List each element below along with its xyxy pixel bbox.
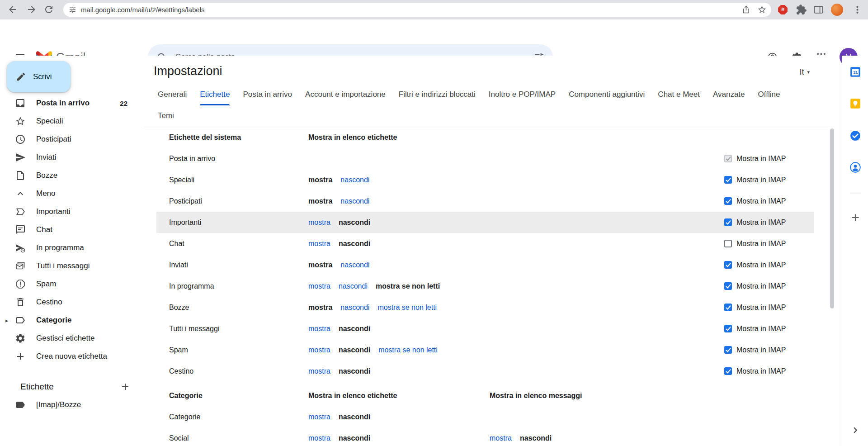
settings-tabs: Generali Etichette Posta in arrivo Accou… <box>158 84 780 105</box>
option-nascondi[interactable]: nascondi <box>340 261 369 269</box>
chat-icon <box>15 224 26 235</box>
imap-checkbox[interactable] <box>724 218 732 226</box>
get-addons-icon[interactable] <box>849 212 861 223</box>
sidebar-item-chat[interactable]: Chat <box>0 221 144 239</box>
compose-button[interactable]: Scrivi <box>7 61 71 92</box>
option-mostra[interactable]: mostra <box>308 367 330 375</box>
sidebar-item-posticipati[interactable]: Posticipati <box>0 130 144 148</box>
sidebar-item-speciali[interactable]: Speciali <box>0 112 144 130</box>
sidebar-item-bozze[interactable]: Bozze <box>0 166 144 185</box>
share-icon[interactable] <box>741 5 751 14</box>
tasks-icon[interactable] <box>849 130 861 142</box>
imap-checkbox[interactable] <box>724 282 732 290</box>
column-header: Mostra in elenco messaggi <box>490 392 814 400</box>
category-row-social: Social mostra nascondi mostra nascondi <box>156 427 814 446</box>
option-mostra[interactable]: mostra <box>308 413 330 421</box>
adblock-extension-icon[interactable] <box>777 4 788 15</box>
option-nascondi[interactable]: nascondi <box>339 282 368 290</box>
refresh-icon <box>43 4 54 15</box>
sidebar-label-imap-bozze[interactable]: [Imap]/Bozze <box>0 396 144 414</box>
bookmark-star-icon[interactable] <box>757 5 767 14</box>
option-mostra[interactable]: mostra <box>308 282 330 290</box>
option-mostra[interactable]: mostra <box>308 346 330 354</box>
sidebar-item-in-programma[interactable]: In programma <box>0 239 144 257</box>
option-nascondi[interactable]: nascondi <box>340 304 369 312</box>
label-name: Inviati <box>169 261 308 269</box>
option-mostra[interactable]: mostra <box>308 240 330 248</box>
tab-inoltro-e-pop-imap[interactable]: Inoltro e POP/IMAP <box>489 84 556 105</box>
label-row-cestino: Cestino mostra nascondi Mostra in IMAP <box>156 361 814 382</box>
sidebar-item-tutti-i-messaggi[interactable]: Tutti i messaggi <box>0 257 144 275</box>
sidebar-item-meno[interactable]: Meno <box>0 185 144 203</box>
sidebar: Scrivi Posta in arrivo 22 Speciali Posti… <box>0 56 144 446</box>
sidebar-item-spam[interactable]: Spam <box>0 275 144 293</box>
contacts-icon[interactable] <box>849 161 861 173</box>
scrollbar-thumb[interactable] <box>830 128 834 308</box>
imap-checkbox[interactable] <box>724 197 732 205</box>
label-name: Speciali <box>169 176 308 184</box>
tab-chat-e-meet[interactable]: Chat e Meet <box>658 84 700 105</box>
tab-account-e-importazione[interactable]: Account e importazione <box>305 84 386 105</box>
browser-forward-button[interactable] <box>26 4 38 16</box>
browser-menu-icon[interactable] <box>852 4 863 15</box>
imap-checkbox[interactable] <box>724 325 732 332</box>
sidebar-item-inviati[interactable]: Inviati <box>0 148 144 166</box>
option-nascondi: nascondi <box>339 346 370 354</box>
sidebar-item-importanti[interactable]: Importanti <box>0 203 144 221</box>
imap-checkbox[interactable] <box>724 304 732 311</box>
tab-componenti-aggiuntivi[interactable]: Componenti aggiuntivi <box>569 84 645 105</box>
url-input[interactable] <box>81 6 735 14</box>
imap-label: Mostra in IMAP <box>736 325 786 333</box>
label-icon <box>15 315 26 326</box>
imap-label: Mostra in IMAP <box>736 261 786 269</box>
imap-checkbox[interactable] <box>724 261 732 269</box>
expand-arrow-icon[interactable]: ▸ <box>5 317 9 324</box>
browser-back-button[interactable] <box>7 4 19 16</box>
option-nascondi[interactable]: nascondi <box>340 176 369 184</box>
browser-chrome <box>0 0 868 19</box>
tab-generali[interactable]: Generali <box>158 84 187 105</box>
imap-label: Mostra in IMAP <box>736 367 786 375</box>
imap-checkbox[interactable] <box>724 367 732 375</box>
option-mostra-se-non-letti: mostra se non letti <box>376 282 440 290</box>
category-row-categorie: Categorie mostra nascondi <box>156 406 814 427</box>
tab-filtri-e-indirizzi-bloccati[interactable]: Filtri e indirizzi bloccati <box>399 84 476 105</box>
clock-icon <box>15 134 26 145</box>
imap-checkbox[interactable] <box>724 155 732 162</box>
sidebar-item-posta-in-arrivo[interactable]: Posta in arrivo 22 <box>0 94 144 112</box>
option-mostra[interactable]: mostra <box>308 434 330 442</box>
option-mostra[interactable]: mostra <box>308 325 330 333</box>
create-label-icon[interactable] <box>120 381 131 392</box>
option-nascondi: nascondi <box>339 240 370 248</box>
calendar-icon[interactable]: 31 <box>849 66 861 78</box>
site-settings-icon[interactable] <box>69 6 81 14</box>
input-tools-button[interactable]: It ▾ <box>799 67 810 77</box>
forward-arrow-icon <box>26 4 37 15</box>
sidebar-item-cestino[interactable]: Cestino <box>0 293 144 311</box>
address-bar[interactable] <box>63 3 771 17</box>
option-nascondi[interactable]: nascondi <box>340 197 369 205</box>
tab-temi[interactable]: Temi <box>158 105 174 126</box>
keep-icon[interactable] <box>849 98 861 109</box>
imap-checkbox[interactable] <box>724 240 732 247</box>
option-mostra-se-non-letti[interactable]: mostra se non letti <box>378 346 438 354</box>
tab-avanzate[interactable]: Avanzate <box>713 84 745 105</box>
sidebar-item-crea-nuova-etichetta[interactable]: Crea nuova etichetta <box>0 347 144 365</box>
imap-checkbox[interactable] <box>724 346 732 354</box>
sidebar-item-categorie[interactable]: ▸ Categorie <box>0 311 144 329</box>
side-panel-icon[interactable] <box>813 4 824 15</box>
option-mostra[interactable]: mostra <box>308 218 330 227</box>
open-side-panel-icon[interactable] <box>849 424 861 436</box>
browser-refresh-button[interactable] <box>43 4 55 16</box>
option-mostra-se-non-letti[interactable]: mostra se non letti <box>377 304 437 312</box>
tab-etichette[interactable]: Etichette <box>200 84 230 105</box>
label-row-posta-in-arrivo: Posta in arrivo Mostra in IMAP <box>156 148 814 169</box>
browser-profile-avatar[interactable] <box>831 4 843 16</box>
label-name: Posticipati <box>169 197 308 205</box>
extensions-puzzle-icon[interactable] <box>796 4 807 15</box>
tab-posta-in-arrivo[interactable]: Posta in arrivo <box>243 84 292 105</box>
tab-offline[interactable]: Offline <box>758 84 780 105</box>
imap-checkbox[interactable] <box>724 176 732 184</box>
sidebar-item-gestisci-etichette[interactable]: Gestisci etichette <box>0 329 144 347</box>
option-mostra[interactable]: mostra <box>490 434 512 442</box>
